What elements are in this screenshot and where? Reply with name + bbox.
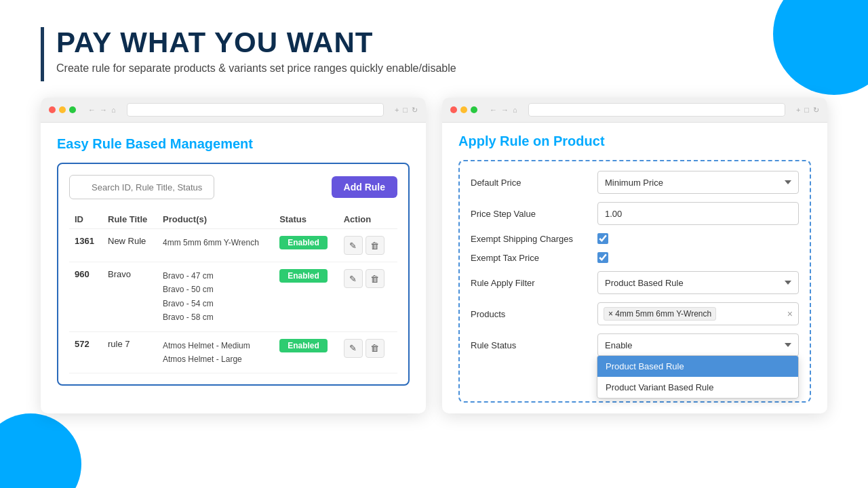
rule-status-select[interactable]: Enable Disable [597, 333, 799, 357]
traffic-lights-right [450, 106, 477, 113]
rule-apply-filter-row: Rule Apply Filter Product Based Rule Pro… [471, 271, 799, 294]
add-rule-button[interactable]: Add Rule [332, 176, 397, 198]
nav-home-right[interactable]: ⌂ [513, 106, 517, 114]
table-row: 1361New Rule4mm 5mm 6mm Y-WrenchEnabled✎… [69, 229, 397, 262]
product-item: Bravo - 47 cm [163, 269, 269, 283]
nav-window-left[interactable]: □ [403, 106, 408, 115]
product-item: Bravo - 54 cm [163, 297, 269, 310]
left-browser-titlebar: ← → ⌂ + □ ↻ [41, 98, 426, 123]
left-panel-box: 🔍 Add Rule ID Rule Title Product(s) Stat… [57, 163, 410, 386]
nav-window-right[interactable]: □ [804, 106, 809, 115]
products-row: Products × 4mm 5mm 6mm Y-Wrench × [471, 302, 799, 325]
rule-id-cell: 572 [69, 331, 102, 373]
product-item: Bravo - 50 cm [163, 283, 269, 296]
product-item: Atmos Helmet - Medium [163, 339, 269, 352]
browser-nav-left: ← → ⌂ [88, 106, 116, 114]
exempt-tax-checkbox[interactable] [597, 252, 608, 263]
page-title: PAY WHAT YOU WANT [56, 27, 456, 58]
edit-rule-button[interactable]: ✎ [344, 236, 363, 255]
exempt-tax-row: Exempt Tax Price Product Based Rule Prod… [471, 252, 799, 263]
rule-status-cell: Enabled [274, 331, 338, 373]
tl-yellow-right [460, 106, 467, 113]
col-header-status: Status [274, 210, 338, 229]
browser-url-left[interactable] [127, 103, 384, 117]
tl-green-left [69, 106, 76, 113]
rule-title-cell: Bravo [102, 262, 157, 332]
browsers-row: ← → ⌂ + □ ↻ Easy Rule Based Management 🔍 [41, 98, 827, 413]
rule-status-cell: Enabled [274, 262, 338, 332]
nav-plus-left[interactable]: + [395, 106, 399, 115]
nav-plus-right[interactable]: + [796, 106, 800, 115]
rule-action-cell: ✎🗑 [338, 262, 397, 332]
price-step-input[interactable] [597, 202, 799, 225]
edit-rule-button[interactable]: ✎ [344, 269, 363, 288]
default-price-row: Default Price Minimum Price [471, 171, 799, 194]
rule-apply-filter-label: Rule Apply Filter [471, 278, 589, 288]
col-header-action: Action [338, 210, 397, 229]
delete-rule-button[interactable]: 🗑 [366, 236, 384, 255]
exempt-shipping-checkbox[interactable] [597, 233, 608, 244]
delete-rule-button[interactable]: 🗑 [366, 339, 384, 358]
tl-red-right [450, 106, 457, 113]
search-add-row: 🔍 Add Rule [69, 175, 397, 199]
right-browser-titlebar: ← → ⌂ + □ ↻ [442, 98, 827, 123]
rule-products-cell: Atmos Helmet - MediumAtmos Helmet - Larg… [157, 331, 274, 373]
search-wrapper: 🔍 [69, 175, 323, 199]
rule-products-cell: 4mm 5mm 6mm Y-Wrench [157, 229, 274, 262]
status-badge: Enabled [279, 339, 328, 352]
form-section: Default Price Minimum Price Price Step V… [458, 160, 811, 403]
rules-table: ID Rule Title Product(s) Status Action 1… [69, 210, 397, 373]
rule-status-row: Rule Status Enable Disable [471, 333, 799, 357]
exempt-shipping-label: Exempt Shipping Charges [471, 234, 589, 244]
product-tag-text: × 4mm 5mm 6mm Y-Wrench [608, 309, 711, 319]
delete-rule-button[interactable]: 🗑 [366, 269, 384, 288]
rule-status-label: Rule Status [471, 340, 589, 350]
col-header-id: ID [69, 210, 102, 229]
product-item: Atmos Helmet - Large [163, 352, 269, 366]
rule-action-cell: ✎🗑 [338, 331, 397, 373]
rule-id-cell: 960 [69, 262, 102, 332]
rule-title-cell: New Rule [102, 229, 157, 262]
exempt-tax-label: Exempt Tax Price [471, 253, 589, 263]
table-row: 960BravoBravo - 47 cmBravo - 50 cmBravo … [69, 262, 397, 332]
nav-back-left[interactable]: ← [88, 106, 96, 114]
price-step-label: Price Step Value [471, 209, 589, 219]
rule-status-cell: Enabled [274, 229, 338, 262]
col-header-products: Product(s) [157, 210, 274, 229]
edit-rule-button[interactable]: ✎ [344, 339, 363, 358]
left-panel-title: Easy Rule Based Management [57, 136, 410, 152]
left-browser-window: ← → ⌂ + □ ↻ Easy Rule Based Management 🔍 [41, 98, 426, 413]
rule-products-cell: Bravo - 47 cmBravo - 50 cmBravo - 54 cmB… [157, 262, 274, 332]
rule-filter-dropdown-popup: Product Based Rule Product Variant Based… [597, 355, 799, 399]
nav-refresh-left[interactable]: ↻ [412, 106, 418, 115]
nav-forward-left[interactable]: → [100, 106, 107, 114]
price-step-row: Price Step Value [471, 202, 799, 225]
left-browser-body: Easy Rule Based Management 🔍 Add Rule ID [41, 123, 426, 399]
nav-forward-right[interactable]: → [501, 106, 509, 114]
dropdown-item-product-based[interactable]: Product Based Rule [597, 356, 798, 377]
products-label: Products [471, 309, 589, 319]
browser-actions-right: + □ ↻ [796, 106, 819, 115]
rule-title-cell: rule 7 [102, 331, 157, 373]
nav-home-left[interactable]: ⌂ [111, 106, 116, 114]
tl-red-left [49, 106, 56, 113]
traffic-lights-left [49, 106, 76, 113]
browser-url-right[interactable] [528, 103, 785, 117]
product-item: Bravo - 58 cm [163, 310, 269, 324]
nav-back-right[interactable]: ← [490, 106, 497, 114]
right-browser-window: ← → ⌂ + □ ↻ Apply Rule on Product Defaul… [442, 98, 827, 413]
search-input[interactable] [69, 175, 214, 199]
rule-action-cell: ✎🗑 [338, 229, 397, 262]
status-badge: Enabled [279, 269, 328, 283]
page-subtitle: Create rule for separate products & vari… [56, 62, 456, 75]
rule-apply-filter-select[interactable]: Product Based Rule Product Variant Based… [597, 271, 799, 294]
default-price-label: Default Price [471, 178, 589, 188]
tl-yellow-left [59, 106, 66, 113]
products-clear-button[interactable]: × [787, 308, 793, 319]
products-tag-input[interactable]: × 4mm 5mm 6mm Y-Wrench × [597, 302, 799, 325]
table-row: 572rule 7Atmos Helmet - MediumAtmos Helm… [69, 331, 397, 373]
nav-refresh-right[interactable]: ↻ [813, 106, 819, 115]
dropdown-item-variant-based[interactable]: Product Variant Based Rule [597, 377, 798, 398]
product-item: 4mm 5mm 6mm Y-Wrench [163, 236, 269, 249]
default-price-select[interactable]: Minimum Price [597, 171, 799, 194]
